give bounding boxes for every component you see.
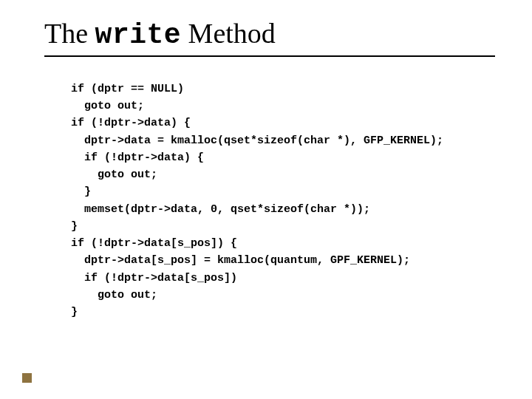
code-line: if (!dptr->data[s_pos]): [71, 270, 495, 287]
title-mono: write: [95, 19, 182, 51]
title-wrap: The write Method: [44, 18, 495, 57]
code-line: goto out;: [71, 287, 495, 304]
code-line: goto out;: [71, 166, 495, 183]
code-line: dptr->data = kmalloc(qset*sizeof(char *)…: [71, 132, 495, 149]
code-line: if (!dptr->data) {: [71, 149, 495, 166]
code-line: memset(dptr->data, 0, qset*sizeof(char *…: [71, 201, 495, 218]
code-line: }: [71, 304, 495, 321]
code-line: dptr->data[s_pos] = kmalloc(quantum, GPF…: [71, 252, 495, 269]
slide-title: The write Method: [44, 18, 495, 51]
slide: The write Method if (dptr == NULL) goto …: [0, 0, 532, 399]
code-line: if (dptr == NULL): [71, 81, 495, 98]
code-block: if (dptr == NULL) goto out;if (!dptr->da…: [71, 81, 495, 321]
title-pre: The: [44, 18, 95, 49]
code-line: }: [71, 218, 495, 235]
code-line: goto out;: [71, 98, 495, 115]
title-post: Method: [181, 18, 276, 49]
code-line: if (!dptr->data[s_pos]) {: [71, 235, 495, 252]
code-line: }: [71, 183, 495, 200]
accent-square-icon: [22, 373, 32, 383]
code-line: if (!dptr->data) {: [71, 115, 495, 132]
